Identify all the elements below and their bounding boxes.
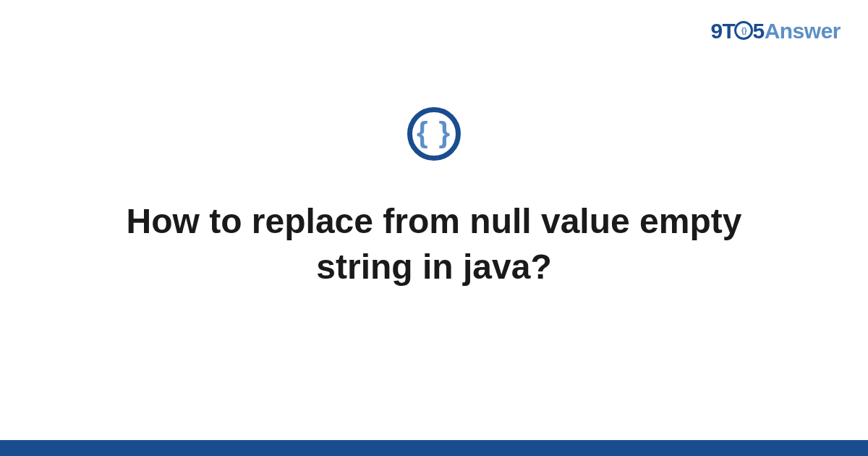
logo-o-icon [734,21,753,40]
site-logo: 9T5Answer [710,19,841,43]
braces-glyph: { } [417,118,451,147]
logo-text-9t: 9T [710,19,735,43]
main-content: { } How to replace from null value empty… [0,107,868,290]
logo-text-5: 5 [752,19,764,43]
category-braces-icon: { } [407,107,461,161]
logo-text-answer: Answer [765,19,841,43]
footer-bar [0,440,868,456]
question-title: How to replace from null value empty str… [101,198,767,290]
